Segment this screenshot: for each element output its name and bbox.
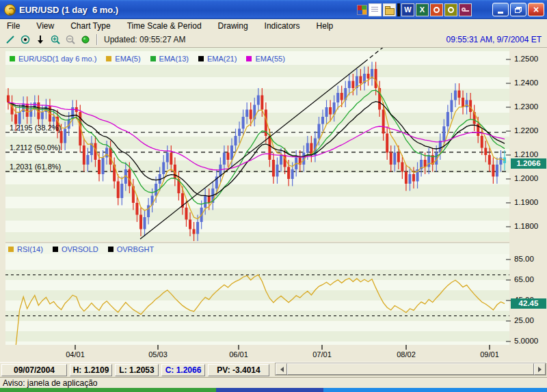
date-tick-09/01: 09/01 — [475, 350, 505, 359]
crosshair-icon[interactable] — [18, 33, 33, 46]
down-arrow-icon[interactable] — [33, 33, 48, 46]
close-icon: × — [533, 5, 539, 14]
quote-panel: 09/07/2004 — [1, 364, 67, 376]
price-tick-1.2200: 1.2200 — [514, 126, 546, 135]
window-title: EUR/USD (1 day 6 mo.) — [19, 5, 118, 15]
status-message: Aviso: janela de aplicação — [3, 378, 98, 388]
line-draw-icon[interactable] — [3, 33, 18, 46]
excel-icon[interactable]: X — [416, 3, 429, 16]
ppt-clock-icon[interactable] — [430, 3, 443, 16]
titlebar-icon-tray: WX — [357, 2, 472, 17]
taskbar-strip-darkblue — [216, 388, 323, 392]
legend-label: EMA(13) — [159, 55, 189, 63]
minimize-button[interactable] — [492, 3, 509, 16]
scroll-left-button[interactable] — [276, 363, 287, 375]
scrollbar-thumb[interactable] — [287, 363, 534, 375]
price-chart-area[interactable] — [5, 48, 509, 241]
zoom-out-icon[interactable] — [63, 33, 78, 46]
menu-view[interactable]: View — [31, 20, 59, 31]
legend-label: EMA(5) — [115, 55, 140, 63]
word-icon[interactable]: W — [401, 3, 414, 16]
notepad-icon[interactable] — [369, 3, 382, 16]
menu-time-scale-period[interactable]: Time Scale & Period — [122, 20, 207, 31]
legend-chip — [8, 247, 14, 252]
main-chart-legend: EUR/USD(1 day 6 mo.)EMA(5)EMA(13)EMA(21)… — [10, 55, 285, 63]
date-tick-05/03: 05/03 — [143, 350, 173, 359]
status-bar: Aviso: janela de aplicação — [0, 377, 547, 388]
shortcut-grid-icon[interactable] — [357, 5, 367, 15]
horizontal-scrollbar[interactable] — [275, 363, 546, 376]
rsi-tick-65.00: 65.00 — [514, 275, 546, 283]
legend-label: OVRSOLD — [62, 245, 98, 253]
legend-label: EMA(21) — [207, 55, 237, 63]
legend-chip — [246, 56, 252, 61]
legend-chip — [53, 247, 58, 252]
legend-chip — [10, 56, 15, 61]
menu-help[interactable]: Help — [311, 20, 339, 31]
price-tick-1.2400: 1.2400 — [514, 79, 546, 87]
updated-timestamp: Updated: 09:55:27 AM — [104, 35, 185, 44]
fib-label-1.2031: 1.2031 (61.8%) — [10, 163, 61, 171]
window-buttons: × — [492, 3, 544, 16]
separator-icon — [397, 3, 400, 16]
price-tick-1.1900: 1.1900 — [514, 198, 546, 206]
restore-icon — [515, 7, 522, 13]
menu-chart-type[interactable]: Chart Type — [65, 20, 116, 31]
date-tick-04/01: 04/01 — [60, 350, 90, 359]
price-tick-1.1800: 1.1800 — [514, 222, 546, 230]
key-icon[interactable] — [459, 3, 472, 16]
menu-indicators[interactable]: Indicators — [259, 20, 306, 31]
legend-label: RSI(14) — [17, 245, 43, 253]
rsi-chart-area[interactable] — [5, 254, 509, 345]
current-rsi-badge: 42.45 — [511, 298, 546, 309]
fib-label-1.2195: 1.2195 (38.2%) — [10, 124, 61, 132]
legend-main-entry: EMA(21) — [198, 55, 237, 63]
legend-label: OVRBGHT — [117, 245, 154, 253]
title-bar: EUR/USD (1 day 6 mo.) WX × — [0, 0, 547, 19]
legend-chip — [106, 56, 111, 61]
rsi-tick-85.00: 85.00 — [514, 255, 546, 263]
date-tick-08/02: 08/02 — [391, 350, 421, 359]
tool-icons — [3, 33, 93, 46]
scroll-left-icon — [278, 367, 284, 372]
price-tick-1.2300: 1.2300 — [514, 102, 546, 111]
quote-panel: PV: -3.4014 — [208, 364, 269, 376]
restore-button[interactable] — [510, 3, 526, 16]
legend-chip — [108, 247, 114, 252]
menu-drawing[interactable]: Drawing — [213, 20, 254, 31]
date-tick-06/01: 06/01 — [224, 350, 254, 359]
legend-chip — [150, 56, 156, 61]
legend-rsi-entry: OVRBGHT — [108, 245, 154, 253]
scroll-right-icon — [538, 367, 544, 372]
price-tick-1.2000: 1.2000 — [514, 174, 546, 182]
rsi-tick-25.00: 25.00 — [514, 316, 546, 324]
price-tick-1.2500: 1.2500 — [514, 55, 546, 63]
application-window: EUR/USD (1 day 6 mo.) WX × FileViewChart… — [0, 0, 547, 392]
legend-main-entry: EMA(55) — [246, 55, 284, 63]
rsi-tick-5.0000: 5.0000 — [514, 337, 546, 345]
quote-panels: 09/07/2004H: 1.2109L: 1.2053C: 1.2066PV:… — [0, 364, 269, 376]
record-dot-icon[interactable] — [78, 33, 93, 46]
quote-panel: C: 1.2066 — [161, 364, 205, 376]
zoom-in-icon[interactable] — [48, 33, 63, 46]
quote-panel: H: 1.2109 — [70, 364, 112, 376]
toolbar: Updated: 09:55:27 AM 09:55:31 AM, 9/7/20… — [0, 32, 547, 48]
rsi-legend: RSI(14)OVRSOLDOVRBGHT — [8, 245, 154, 253]
legend-label: EUR/USD(1 day 6 mo.) — [18, 55, 96, 63]
legend-rsi-entry: RSI(14) — [8, 245, 43, 253]
scroll-right-button[interactable] — [534, 363, 546, 375]
menu-file[interactable]: File — [1, 20, 25, 31]
legend-main-entry: EUR/USD(1 day 6 mo.) — [10, 55, 96, 63]
folder-open-icon[interactable] — [383, 3, 396, 16]
fib-label-1.2112: 1.2112 (50.0%) — [10, 143, 60, 152]
app-coin-icon — [4, 4, 16, 16]
close-button[interactable]: × — [528, 3, 544, 16]
legend-chip — [198, 56, 204, 61]
date-tick-07/01: 07/01 — [307, 350, 337, 359]
menu-bar: FileViewChart TypeTime Scale & PeriodDra… — [0, 19, 547, 33]
clock-icon[interactable] — [444, 3, 457, 16]
legend-main-entry: EMA(13) — [150, 55, 189, 63]
taskbar-strip-blue — [323, 388, 547, 392]
server-clock: 09:55:31 AM, 9/7/2004 ET — [446, 35, 542, 44]
minimize-icon — [498, 12, 503, 14]
